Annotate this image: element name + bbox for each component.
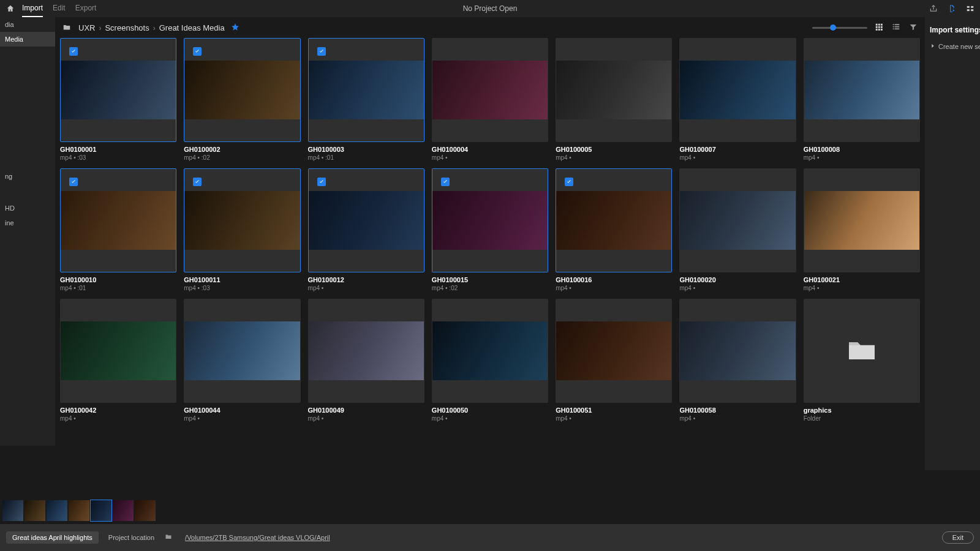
clip-thumbnail[interactable]	[308, 299, 424, 403]
thumbnail-image	[61, 321, 176, 380]
clip-thumbnail[interactable]	[184, 38, 300, 142]
filter-icon[interactable]	[909, 23, 919, 32]
clip-thumbnail[interactable]	[60, 38, 176, 142]
breadcrumb-row: UXR›Screenshots›Great Ideas Media	[0, 17, 980, 38]
clip-thumbnail[interactable]	[432, 168, 548, 272]
clip-name: GH0100050	[432, 407, 548, 414]
exit-button[interactable]: Exit	[942, 531, 974, 544]
clip-thumbnail[interactable]	[308, 38, 424, 142]
media-card: GH0100058mp4 •	[679, 299, 796, 422]
breadcrumb-item[interactable]: Great Ideas Media	[159, 23, 225, 32]
clip-thumbnail[interactable]	[308, 168, 424, 272]
selection-checkbox[interactable]	[69, 178, 78, 186]
home-icon[interactable]	[5, 3, 16, 14]
sidebar-item[interactable]: ine	[0, 216, 55, 230]
clip-meta: mp4 •	[679, 154, 796, 161]
clip-name: graphics	[804, 407, 920, 414]
clip-thumbnail[interactable]	[432, 38, 548, 142]
create-sequence-label: Create new sequ	[938, 43, 980, 50]
folder-icon[interactable]	[61, 23, 72, 32]
svg-rect-10	[876, 29, 878, 31]
favorite-icon[interactable]	[231, 23, 239, 33]
clip-meta: mp4 •	[432, 415, 548, 422]
media-card: GH0100051mp4 •	[556, 299, 672, 422]
share-icon[interactable]	[929, 4, 938, 13]
media-card: GH0100042mp4 •	[60, 299, 176, 422]
breadcrumb-item[interactable]: Screenshots	[105, 23, 149, 32]
sidebar-item[interactable]: ng	[0, 169, 55, 184]
clip-thumbnail[interactable]	[679, 299, 796, 403]
selection-checkbox[interactable]	[193, 47, 202, 56]
thumbnail-image	[556, 191, 671, 250]
tray-thumbnail[interactable]	[69, 500, 89, 521]
clip-thumbnail[interactable]	[804, 168, 920, 272]
workspaces-icon[interactable]	[965, 4, 975, 13]
project-location-path[interactable]: /Volumes/2TB Samsung/Great ideas VLOG/Ap…	[185, 534, 330, 541]
clip-thumbnail[interactable]	[556, 168, 672, 272]
thumbnail-image	[680, 321, 795, 380]
tab-import[interactable]: Import	[22, 0, 43, 17]
clip-meta: mp4 •	[556, 154, 672, 161]
media-card: GH0100012mp4 •	[308, 168, 424, 291]
clip-meta: mp4 •	[308, 285, 424, 291]
clip-meta: mp4 •	[679, 415, 796, 422]
clip-thumbnail[interactable]	[60, 299, 176, 403]
top-bar: ImportEditExport No Project Open	[0, 0, 980, 17]
clip-thumbnail[interactable]	[679, 168, 796, 272]
tab-edit[interactable]: Edit	[53, 0, 66, 17]
clip-name: GH0100021	[804, 276, 920, 283]
sidebar-item[interactable]: Media	[0, 32, 55, 47]
clip-name: GH0100020	[679, 276, 796, 283]
svg-rect-1	[971, 6, 973, 8]
folder-icon[interactable]	[164, 533, 173, 542]
clip-thumbnail[interactable]	[679, 38, 796, 142]
selection-checkbox[interactable]	[317, 178, 326, 186]
selection-checkbox[interactable]	[317, 47, 326, 56]
clip-thumbnail[interactable]	[184, 168, 300, 272]
tray-thumbnail[interactable]	[24, 500, 45, 521]
project-name-field[interactable]: Great ideas April highlights	[6, 531, 99, 544]
svg-rect-3	[971, 9, 973, 11]
tray-thumbnail[interactable]	[47, 500, 67, 521]
svg-rect-17	[893, 28, 894, 29]
clip-thumbnail[interactable]	[804, 38, 920, 142]
clip-thumbnail[interactable]	[556, 299, 672, 403]
media-card: GH0100008mp4 •	[804, 38, 920, 161]
thumbnail-zoom-slider[interactable]	[812, 27, 867, 29]
media-card: GH0100020mp4 •	[679, 168, 796, 291]
tray-thumbnail[interactable]	[91, 500, 111, 521]
tray-thumbnail[interactable]	[113, 500, 134, 521]
clip-meta: mp4 •	[679, 285, 796, 291]
clip-name: GH0100004	[432, 146, 548, 153]
tray-thumbnail[interactable]	[2, 500, 23, 521]
quick-export-icon[interactable]	[947, 4, 957, 13]
media-card: GH0100015mp4 • :02	[432, 168, 548, 291]
sidebar-item[interactable]: HD	[0, 201, 55, 216]
clip-name: GH0100010	[60, 276, 176, 283]
breadcrumb-item[interactable]: UXR	[78, 23, 95, 32]
grid-view-icon[interactable]	[875, 23, 884, 32]
tab-export[interactable]: Export	[75, 0, 97, 17]
create-sequence-toggle-row[interactable]: Create new sequ	[930, 43, 975, 50]
chevron-right-icon	[930, 43, 936, 50]
selection-checkbox[interactable]	[193, 178, 202, 186]
svg-rect-7	[876, 26, 878, 28]
clip-thumbnail[interactable]	[432, 299, 548, 403]
folder-thumbnail[interactable]	[804, 299, 920, 403]
clip-thumbnail[interactable]	[184, 299, 300, 403]
tray-thumbnail[interactable]	[135, 500, 156, 521]
clip-meta: mp4 • :01	[60, 285, 176, 291]
svg-rect-18	[895, 28, 900, 29]
clip-thumbnail[interactable]	[556, 38, 672, 142]
thumbnail-image	[432, 61, 548, 119]
media-card: GH0100004mp4 •	[432, 38, 548, 161]
selection-checkbox[interactable]	[69, 47, 78, 56]
clip-thumbnail[interactable]	[60, 168, 176, 272]
selection-checkbox[interactable]	[441, 178, 450, 186]
svg-rect-12	[881, 29, 883, 31]
sidebar-item[interactable]: dia	[0, 17, 55, 32]
svg-rect-5	[878, 24, 880, 26]
list-view-icon[interactable]	[892, 23, 902, 32]
svg-rect-6	[881, 24, 883, 26]
selection-checkbox[interactable]	[565, 178, 573, 186]
